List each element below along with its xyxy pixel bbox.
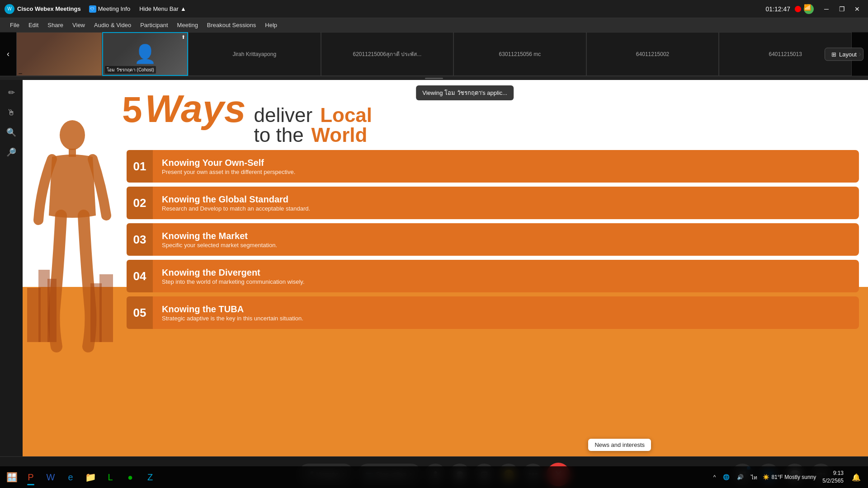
menu-audio-video[interactable]: Audio & Video [90,20,136,30]
way-row-2: 02 Knowing the Global Standard Research … [127,187,859,219]
minimize-button[interactable]: ─ [820,3,833,15]
participant-tile-1[interactable] [16,32,102,76]
tray-volume-icon[interactable]: 🔊 [734,472,746,482]
tray-language[interactable]: ไท [748,471,760,483]
line-icon: L [108,472,113,483]
viewing-tooltip: Viewing โอม วัชรกฤตา's applic... [416,85,514,100]
zoom-out-button[interactable]: 🔎 [3,144,19,160]
way-row-4: 04 Knowing the Divergent Step into the w… [127,260,859,292]
way-row-5: 05 Knowing the TUBA Strategic adaptive i… [127,296,859,329]
participant-tile-4[interactable]: 62011215006สุภาตี ประพัส... [321,32,454,76]
taskbar-app-line[interactable]: L [101,468,119,486]
taskbar-app-explorer[interactable]: 📁 [81,468,99,486]
menu-edit[interactable]: Edit [24,20,43,30]
way-title-3: Knowing the Market [162,231,850,241]
way-body-5: Knowing the TUBA Strategic adaptive is t… [153,296,859,329]
way-row-3: 03 Knowing the Market Specific your sele… [127,223,859,256]
menu-meeting[interactable]: Meeting [173,20,203,30]
notification-center-button[interactable]: 🔔 [847,468,865,486]
taskbar-app-green[interactable]: ● [121,468,139,486]
meeting-info-button[interactable]: Meeting Info [98,5,131,12]
way-body-3: Knowing the Market Specific your selecte… [153,223,859,256]
taskbar-app-word[interactable]: W [42,468,60,486]
menu-share[interactable]: Share [43,20,68,30]
way-body-1: Knowing Your Own-Self Present your own a… [153,150,859,183]
recording-indicator [795,6,801,12]
drag-handle-line [425,78,443,79]
start-button[interactable]: 🪟 [3,468,21,486]
way-num-1: 01 [127,150,153,183]
participant-name-6: 64011215002 [636,51,669,57]
taskbar-app-powerpoint[interactable]: P [22,468,40,486]
hide-menu-bar-button[interactable]: Hide Menu Bar ▲ [139,5,186,12]
taskbar-app-webex[interactable]: Z [141,468,159,486]
slide-world: World [311,124,368,146]
edge-icon: e [68,472,73,483]
menu-help[interactable]: Help [260,20,282,30]
menu-participant[interactable]: Participant [136,20,172,30]
participant-tile-2[interactable]: 👤 โอม วัชรกฤตา (Cohost) ⬆ [102,32,188,76]
layout-button[interactable]: ⊞ Layout [825,47,863,61]
way-sub-3: Specific your selected market segmentati… [162,242,850,249]
way-title-4: Knowing the Divergent [162,267,850,278]
menu-breakout-sessions[interactable]: Breakout Sessions [203,20,260,30]
participant-name-3: Jirah Krittayapong [232,51,276,57]
windows-taskbar: 🪟 P W e 📁 L ● Z ^ 🌐 🔊 ไท ☀️ 81°F Mostly … [0,466,868,488]
notification-icon: 🔔 [852,473,861,482]
powerpoint-icon: P [28,472,33,483]
way-sub-2: Research and Develop to match an accepta… [162,205,850,212]
way-body-2: Knowing the Global Standard Research and… [153,187,859,219]
participant-name-1 [19,73,22,74]
zoom-in-button[interactable]: 🔍 [3,124,19,141]
app-logo: W [5,4,14,14]
weather-text: 81°F Mostly sunny [771,474,816,480]
weather-icon: ☀️ [763,474,769,480]
drag-handle[interactable] [0,76,868,80]
left-toolbar: ✏ 🖱 🔍 🔎 [0,80,23,456]
system-tray: ^ 🌐 🔊 ไท [711,471,760,483]
participant-name-4: 62011215006สุภาตี ประพัส... [353,50,422,58]
svg-rect-6 [99,274,113,342]
way-sub-5: Strategic adaptive is the key in this un… [162,315,850,322]
way-body-4: Knowing the Divergent Step into the worl… [153,260,859,292]
slide-local: Local [320,104,372,126]
webex-icon: Z [147,472,153,483]
close-button[interactable]: ✕ [851,3,863,15]
participant-name-7: 64011215013 [769,51,802,57]
way-title-2: Knowing the Global Standard [162,194,850,205]
explorer-icon: 📁 [85,472,96,483]
tray-up-arrow[interactable]: ^ [711,472,719,482]
participant-name-2: โอม วัชรกฤตา (Cohost) [105,66,156,74]
slide-ways: Ways [145,89,246,128]
word-icon: W [47,472,55,483]
svg-point-0 [60,120,85,150]
participant-tile-6[interactable]: 64011215002 [586,32,719,76]
participant-tile-3[interactable]: Jirah Krittayapong [188,32,321,76]
menu-file[interactable]: File [5,20,24,30]
way-title-5: Knowing the TUBA [162,304,850,314]
titlebar: W Cisco Webex Meetings 🛡 Meeting Info Hi… [0,0,868,18]
app-title: Cisco Webex Meetings [17,5,81,12]
presentation-area: Viewing โอม วัชรกฤตา's applic... [23,80,868,456]
way-num-4: 04 [127,260,153,292]
slide-deliver: deliver [254,104,313,126]
taskbar-app-edge[interactable]: e [61,468,80,486]
way-num-5: 05 [127,296,153,329]
prev-participant-button[interactable]: ‹ [0,32,16,76]
participant-tile-5[interactable]: 63011215056 mc [453,32,586,76]
way-num-3: 03 [127,223,153,256]
slide-items: 01 Knowing Your Own-Self Present your ow… [127,150,859,329]
meeting-timer: 01:12:47 [766,5,791,13]
annotate-button[interactable]: ✏ [3,84,19,101]
human-silhouette [27,116,127,369]
tray-network-icon[interactable]: 🌐 [720,472,732,482]
pointer-button[interactable]: 🖱 [3,104,19,121]
menu-view[interactable]: View [68,20,90,30]
way-row-1: 01 Knowing Your Own-Self Present your ow… [127,150,859,183]
taskbar-clock[interactable]: 9:13 5/2/2565 [819,468,847,487]
screenshare-icon: ⬆ [181,34,185,40]
maximize-button[interactable]: ❐ [835,3,848,15]
slide-five: 5 [122,92,142,128]
weather-widget[interactable]: ☀️ 81°F Mostly sunny [760,472,819,482]
participant-name-5: 63011215056 mc [499,51,541,57]
